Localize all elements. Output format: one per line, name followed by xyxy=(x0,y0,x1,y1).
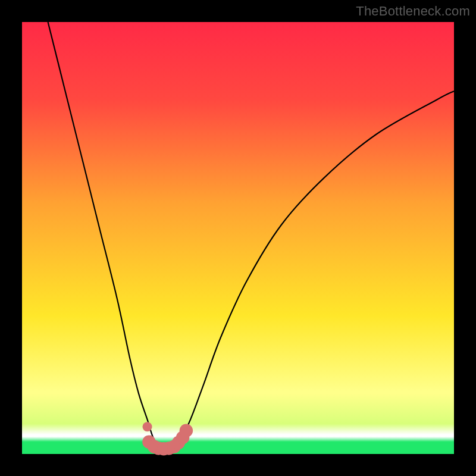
highlight-dot xyxy=(180,424,193,438)
chart-frame: TheBottleneck.com xyxy=(0,0,476,476)
curve-layer xyxy=(22,22,454,454)
watermark-text: TheBottleneck.com xyxy=(356,4,470,19)
highlight-dot-outlier xyxy=(143,422,152,431)
bottleneck-curve xyxy=(48,22,454,449)
plot-area xyxy=(22,22,454,454)
